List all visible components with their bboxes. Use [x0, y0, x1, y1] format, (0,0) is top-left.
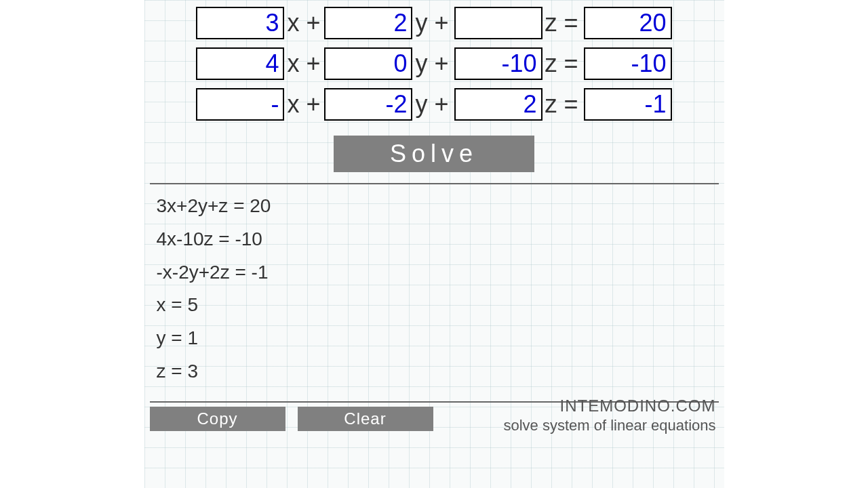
equation-row-1: x + y + z = — [144, 3, 724, 43]
label-z-eq: z = — [542, 9, 584, 37]
coef-3-z[interactable] — [454, 88, 542, 121]
coef-3-x[interactable] — [196, 88, 284, 121]
footer: Copy Clear INTEMODINO.COM solve system o… — [144, 407, 724, 435]
equation-solver: x + y + z = x + y + z = x + y + z = — [144, 0, 724, 488]
coef-2-z[interactable] — [454, 47, 542, 80]
label-z-eq: z = — [542, 49, 584, 78]
coef-2-rhs[interactable] — [584, 47, 672, 80]
result-line: 4x-10z = -10 — [157, 224, 712, 255]
label-z-eq: z = — [542, 90, 584, 119]
coef-1-rhs[interactable] — [584, 7, 672, 39]
label-x-plus: x + — [284, 90, 324, 119]
coef-1-y[interactable] — [324, 7, 412, 39]
result-line: 3x+2y+z = 20 — [157, 191, 712, 222]
result-line: z = 3 — [157, 357, 712, 387]
label-y-plus: y + — [412, 9, 454, 37]
brand-tagline: solve system of linear equations — [503, 416, 715, 435]
results-area: 3x+2y+z = 20 4x-10z = -10 -x-2y+2z = -1 … — [144, 184, 724, 401]
label-y-plus: y + — [412, 90, 454, 119]
coef-1-z[interactable] — [454, 7, 542, 39]
coef-2-y[interactable] — [324, 47, 412, 80]
coef-3-rhs[interactable] — [584, 88, 672, 121]
equations-input-area: x + y + z = x + y + z = x + y + z = — [144, 0, 724, 125]
coef-2-x[interactable] — [196, 47, 284, 80]
solve-row: Solve — [144, 136, 724, 172]
label-x-plus: x + — [284, 49, 324, 78]
solve-button[interactable]: Solve — [334, 136, 534, 172]
coef-1-x[interactable] — [196, 7, 284, 39]
coef-3-y[interactable] — [324, 88, 412, 121]
equation-row-2: x + y + z = — [144, 43, 724, 84]
result-line: x = 5 — [157, 290, 712, 321]
brand-site: INTEMODINO.COM — [503, 396, 715, 416]
clear-button[interactable]: Clear — [298, 407, 433, 431]
label-x-plus: x + — [284, 9, 324, 37]
label-y-plus: y + — [412, 49, 454, 78]
equation-row-3: x + y + z = — [144, 84, 724, 125]
result-line: y = 1 — [157, 323, 712, 354]
brand-block: INTEMODINO.COM solve system of linear eq… — [503, 396, 718, 435]
result-line: -x-2y+2z = -1 — [157, 258, 712, 288]
copy-button[interactable]: Copy — [150, 407, 285, 431]
